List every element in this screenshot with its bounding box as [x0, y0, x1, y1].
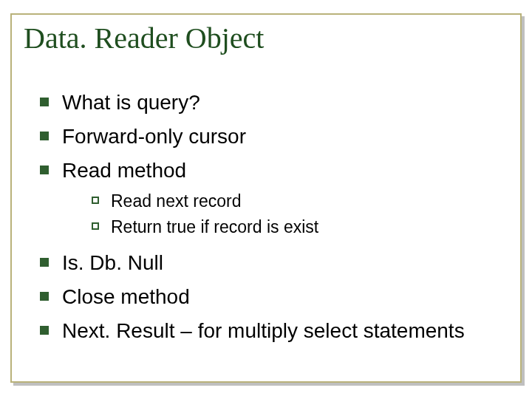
bullet-text: What is query?: [62, 89, 200, 117]
bullet-text: Is. Db. Null: [62, 249, 163, 277]
title-container: Data. Reader Object: [16, 18, 274, 62]
bullet-text: Next. Result – for multiply select state…: [62, 317, 465, 345]
bullet-item: Is. Db. Null: [40, 249, 510, 277]
sub-bullet-item: Return true if record is exist: [92, 216, 510, 239]
square-bullet-icon: [40, 292, 49, 301]
square-bullet-icon: [40, 132, 49, 140]
square-bullet-icon: [40, 258, 49, 267]
square-bullet-icon: [40, 326, 49, 335]
sub-bullet-text: Return true if record is exist: [111, 216, 318, 239]
slide-title: Data. Reader Object: [24, 22, 264, 55]
bullet-text: Forward-only cursor: [62, 123, 246, 151]
sub-bullet-text: Read next record: [111, 190, 241, 213]
bullet-item: What is query?: [40, 89, 510, 117]
bullet-item: Close method: [40, 283, 510, 311]
square-bullet-icon: [40, 98, 49, 106]
hollow-square-bullet-icon: [92, 197, 99, 204]
slide-body: What is query? Forward-only cursor Read …: [40, 89, 510, 351]
slide: Data. Reader Object What is query? Forwa…: [0, 0, 532, 399]
bullet-item: Next. Result – for multiply select state…: [40, 317, 510, 345]
sub-bullet-group: Read next record Return true if record i…: [92, 190, 510, 239]
bullet-text: Read method: [62, 157, 186, 185]
hollow-square-bullet-icon: [92, 222, 99, 230]
bullet-item: Read method: [40, 157, 510, 185]
bullet-text: Close method: [62, 283, 190, 311]
bullet-item: Forward-only cursor: [40, 123, 510, 151]
sub-bullet-item: Read next record: [92, 190, 510, 213]
square-bullet-icon: [40, 166, 49, 174]
